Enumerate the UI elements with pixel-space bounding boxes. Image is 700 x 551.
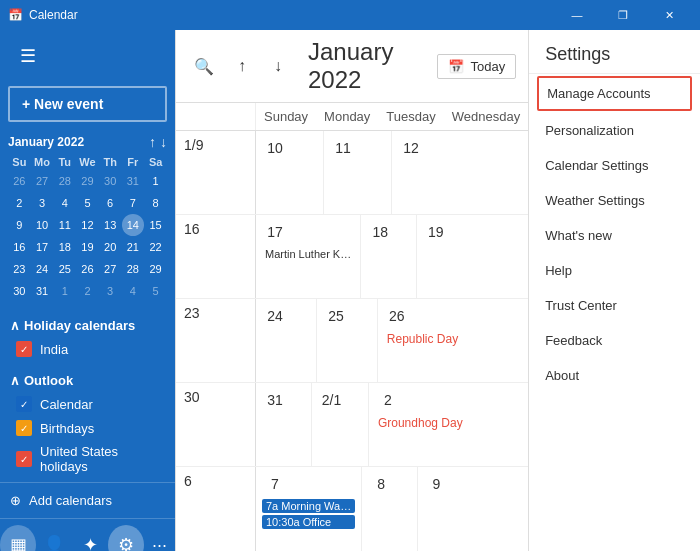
calendar-event[interactable]: Martin Luther K… [262, 247, 354, 261]
mini-cal-day[interactable]: 29 [144, 258, 167, 280]
mini-cal-day[interactable]: 31 [31, 280, 54, 302]
mini-cal-day[interactable]: 27 [99, 258, 122, 280]
calendar-event[interactable]: 7a Morning Wa… [262, 499, 355, 513]
week-sunday-cell[interactable]: 30 [176, 383, 256, 466]
mini-cal-day[interactable]: 3 [99, 280, 122, 302]
cal-day-cell[interactable]: 18 [361, 215, 417, 298]
india-checkbox[interactable]: ✓ [16, 341, 32, 357]
mini-cal-day[interactable]: 29 [76, 170, 99, 192]
settings-item-what's-new[interactable]: What's new [529, 218, 700, 253]
settings-item-feedback[interactable]: Feedback [529, 323, 700, 358]
sidebar-item-calendar[interactable]: ✓ Calendar [8, 392, 167, 416]
mini-cal-day[interactable]: 3 [31, 192, 54, 214]
birthdays-checkbox[interactable]: ✓ [16, 420, 32, 436]
cal-next-button[interactable]: ↓ [264, 52, 292, 80]
maximize-button[interactable]: ❐ [600, 0, 646, 30]
mini-cal-next[interactable]: ↓ [160, 134, 167, 150]
mini-cal-day[interactable]: 30 [8, 280, 31, 302]
mini-cal-day[interactable]: 12 [76, 214, 99, 236]
mini-cal-day[interactable]: 26 [8, 170, 31, 192]
cal-day-cell[interactable]: 17Martin Luther K… [256, 215, 361, 298]
mini-cal-day[interactable]: 28 [122, 258, 145, 280]
cal-day-cell[interactable]: 25 [317, 299, 378, 382]
cal-day-cell[interactable]: 24 [256, 299, 317, 382]
mini-cal-day[interactable]: 5 [76, 192, 99, 214]
cal-day-cell[interactable]: 2Groundhog Day [369, 383, 472, 466]
minimize-button[interactable]: — [554, 0, 600, 30]
mini-cal-day[interactable]: 13 [99, 214, 122, 236]
cal-day-cell[interactable]: 9 [418, 467, 473, 551]
mini-cal-day[interactable]: 20 [99, 236, 122, 258]
mini-cal-day[interactable]: 19 [76, 236, 99, 258]
mini-cal-day[interactable]: 11 [53, 214, 76, 236]
calendar-event[interactable]: Republic Day [384, 331, 461, 347]
search-button[interactable]: 🔍 [188, 50, 220, 82]
settings-item-calendar-settings[interactable]: Calendar Settings [529, 148, 700, 183]
footer-more-btn[interactable]: ··· [144, 529, 175, 552]
mini-cal-day[interactable]: 23 [8, 258, 31, 280]
mini-cal-day[interactable]: 6 [99, 192, 122, 214]
close-button[interactable]: ✕ [646, 0, 692, 30]
sidebar-item-us-holidays[interactable]: ✓ United States holidays [8, 440, 167, 478]
mini-cal-day[interactable]: 4 [122, 280, 145, 302]
mini-cal-day[interactable]: 1 [144, 170, 167, 192]
settings-item-weather-settings[interactable]: Weather Settings [529, 183, 700, 218]
mini-cal-day[interactable]: 30 [99, 170, 122, 192]
today-button[interactable]: 📅 Today [437, 54, 516, 79]
mini-cal-day[interactable]: 2 [76, 280, 99, 302]
footer-calendar-btn[interactable]: ▦ [0, 525, 36, 551]
mini-cal-prev[interactable]: ↑ [149, 134, 156, 150]
cal-day-cell[interactable]: 2/1 [312, 383, 368, 466]
cal-day-cell[interactable]: 26Republic Day [378, 299, 467, 382]
week-sunday-cell[interactable]: 1/9 [176, 131, 256, 214]
mini-cal-day[interactable]: 14 [122, 214, 145, 236]
week-sunday-cell[interactable]: 23 [176, 299, 256, 382]
cal-day-cell[interactable]: 10 [256, 131, 324, 214]
mini-cal-day[interactable]: 15 [144, 214, 167, 236]
mini-cal-day[interactable]: 28 [53, 170, 76, 192]
sidebar-item-birthdays[interactable]: ✓ Birthdays [8, 416, 167, 440]
cal-prev-button[interactable]: ↑ [228, 52, 256, 80]
calendar-checkbox[interactable]: ✓ [16, 396, 32, 412]
mini-cal-day[interactable]: 24 [31, 258, 54, 280]
new-event-button[interactable]: + New event [8, 86, 167, 122]
calendar-event[interactable]: 10:30a Office [262, 515, 355, 529]
cal-day-cell[interactable]: 77a Morning Wa…10:30a Office [256, 467, 362, 551]
settings-item-trust-center[interactable]: Trust Center [529, 288, 700, 323]
week-sunday-cell[interactable]: 6 [176, 467, 256, 551]
outlook-section-header[interactable]: ∧ Outlook [8, 369, 167, 392]
settings-item-help[interactable]: Help [529, 253, 700, 288]
mini-cal-day[interactable]: 25 [53, 258, 76, 280]
mini-cal-day[interactable]: 26 [76, 258, 99, 280]
mini-cal-day[interactable]: 22 [144, 236, 167, 258]
cal-day-cell[interactable]: 19 [417, 215, 473, 298]
mini-cal-day[interactable]: 27 [31, 170, 54, 192]
holiday-section-header[interactable]: ∧ Holiday calendars [8, 314, 167, 337]
mini-cal-day[interactable]: 10 [31, 214, 54, 236]
mini-cal-day[interactable]: 16 [8, 236, 31, 258]
add-calendars-button[interactable]: ⊕ Add calendars [8, 489, 167, 512]
mini-cal-day[interactable]: 5 [144, 280, 167, 302]
cal-day-cell[interactable]: 11 [324, 131, 392, 214]
mini-cal-day[interactable]: 8 [144, 192, 167, 214]
mini-cal-day[interactable]: 31 [122, 170, 145, 192]
footer-link-btn[interactable]: ✦ [72, 525, 108, 551]
settings-item-about[interactable]: About [529, 358, 700, 393]
cal-day-cell[interactable]: 12 [392, 131, 460, 214]
mini-cal-day[interactable]: 9 [8, 214, 31, 236]
footer-people-btn[interactable]: 👤 [36, 525, 72, 551]
settings-item-manage-accounts[interactable]: Manage Accounts [537, 76, 692, 111]
cal-day-cell[interactable]: 8 [362, 467, 417, 551]
mini-cal-day[interactable]: 7 [122, 192, 145, 214]
us-holidays-checkbox[interactable]: ✓ [16, 451, 32, 467]
mini-cal-day[interactable]: 17 [31, 236, 54, 258]
settings-item-personalization[interactable]: Personalization [529, 113, 700, 148]
week-sunday-cell[interactable]: 16 [176, 215, 256, 298]
mini-cal-day[interactable]: 2 [8, 192, 31, 214]
mini-cal-day[interactable]: 21 [122, 236, 145, 258]
mini-cal-day[interactable]: 4 [53, 192, 76, 214]
mini-cal-day[interactable]: 1 [53, 280, 76, 302]
calendar-event[interactable]: Groundhog Day [375, 415, 466, 431]
cal-day-cell[interactable]: 31 [256, 383, 312, 466]
mini-cal-day[interactable]: 18 [53, 236, 76, 258]
